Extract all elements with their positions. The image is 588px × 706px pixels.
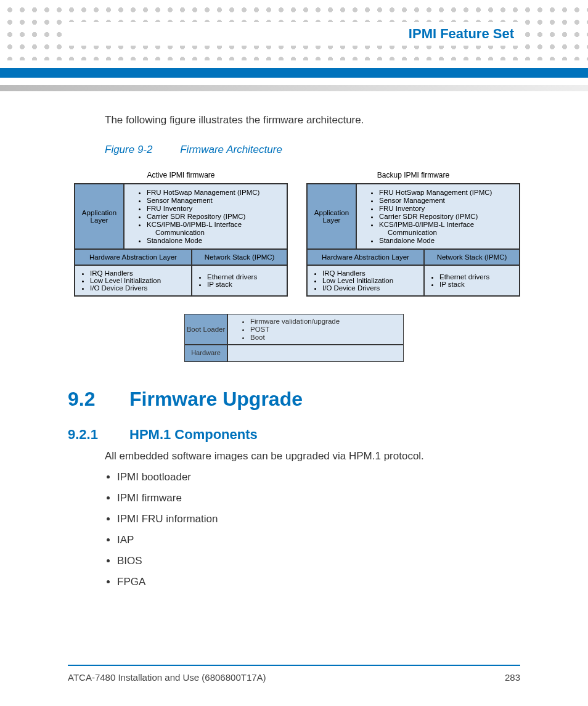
list-item: FRU HotSwap Management (IPMC) <box>147 189 284 196</box>
backup-network-list: Ethernet drivers IP stack <box>424 265 520 296</box>
list-item: BIOS <box>117 555 520 567</box>
intro-text: The following figure illustrates the fir… <box>105 114 520 126</box>
list-item: Communication <box>379 229 517 236</box>
hardware-body <box>227 345 404 362</box>
list-item: IRQ Handlers <box>322 269 421 277</box>
active-hal-label: Hardware Abstraction Layer <box>75 249 192 265</box>
list-item: Low Level Initialization <box>322 277 421 284</box>
header-grey-rule <box>0 85 588 91</box>
active-app-label: Application Layer <box>75 184 124 249</box>
list-item: IPMI FRU information <box>117 513 520 525</box>
active-app-list: FRU HotSwap Management (IPMC) Sensor Man… <box>124 184 287 249</box>
figure-number: Figure 9-2 <box>105 144 152 155</box>
backup-title: Backup IPMI firmware <box>306 171 520 179</box>
active-lowlevel-list: IRQ Handlers Low Level Initialization I/… <box>75 265 192 296</box>
list-item: Standalone Mode <box>147 237 284 244</box>
list-item: FRU HotSwap Management (IPMC) <box>379 189 517 196</box>
page-footer: ATCA-7480 Installation and Use (6806800T… <box>68 665 520 683</box>
footer-page-number: 283 <box>505 672 520 683</box>
list-item: IAP <box>117 534 520 546</box>
subsection-title: HPM.1 Components <box>129 427 258 443</box>
list-item: FRU Inventory <box>147 205 284 212</box>
boot-list: Firmware validation/upgrade POST Boot <box>227 314 404 345</box>
list-item: IPMI bootloader <box>117 471 520 483</box>
footer-doc-title: ATCA-7480 Installation and Use (6806800T… <box>68 672 266 683</box>
list-item: KCS/IPMB-0/IPMB-L Interface <box>147 221 284 228</box>
hardware-label: Hardware <box>184 345 227 362</box>
active-netstack-label: Network Stack (IPMC) <box>192 249 287 265</box>
list-item: KCS/IPMB-0/IPMB-L Interface <box>379 221 517 228</box>
list-item: FPGA <box>117 576 520 588</box>
list-item: Sensor Management <box>379 197 517 204</box>
active-title: Active IPMI firmware <box>74 171 288 179</box>
firmware-diagram: Active IPMI firmware Application Layer F… <box>74 171 520 297</box>
list-item: IP stack <box>439 281 489 288</box>
list-item: Boot <box>250 334 401 341</box>
backup-hal-label: Hardware Abstraction Layer <box>307 249 424 265</box>
header-blue-rule <box>0 68 588 78</box>
list-item: POST <box>250 326 401 333</box>
list-item: IP stack <box>207 281 257 288</box>
page-header-title: IPMI Feature Set <box>409 26 514 42</box>
section-number: 9.2 <box>68 388 129 411</box>
active-firmware-block: Active IPMI firmware Application Layer F… <box>74 171 288 297</box>
list-item: Ethernet drivers <box>439 273 489 281</box>
backup-app-list: FRU HotSwap Management (IPMC) Sensor Man… <box>356 184 520 249</box>
figure-caption: Figure 9-2 Firmware Architecture <box>105 144 520 156</box>
backup-netstack-label: Network Stack (IPMC) <box>424 249 520 265</box>
active-network-list: Ethernet drivers IP stack <box>192 265 287 296</box>
section-title: Firmware Upgrade <box>129 388 303 411</box>
backup-app-label: Application Layer <box>307 184 356 249</box>
boot-label: Boot Loader <box>184 314 227 345</box>
list-item: IRQ Handlers <box>90 269 189 277</box>
boot-loader-block: Boot Loader Firmware validation/upgrade … <box>184 314 404 362</box>
section-heading: 9.2 Firmware Upgrade <box>68 388 520 411</box>
list-item: Communication <box>147 229 284 236</box>
list-item: I/O Device Drivers <box>90 284 189 292</box>
hpm-components-list: IPMI bootloader IPMI firmware IPMI FRU i… <box>117 471 520 588</box>
list-item: Standalone Mode <box>379 237 517 244</box>
figure-title: Firmware Architecture <box>180 144 282 155</box>
list-item: IPMI firmware <box>117 492 520 504</box>
list-item: I/O Device Drivers <box>322 284 421 292</box>
subsection-lead: All embedded software images can be upgr… <box>105 450 520 462</box>
backup-firmware-block: Backup IPMI firmware Application Layer F… <box>306 171 520 297</box>
subsection-heading: 9.2.1 HPM.1 Components <box>68 427 520 443</box>
list-item: Carrier SDR Repository (IPMC) <box>379 213 517 220</box>
backup-lowlevel-list: IRQ Handlers Low Level Initialization I/… <box>307 265 424 296</box>
list-item: Ethernet drivers <box>207 273 257 281</box>
list-item: Low Level Initialization <box>90 277 189 284</box>
list-item: FRU Inventory <box>379 205 517 212</box>
page-content: The following figure illustrates the fir… <box>68 114 520 651</box>
list-item: Carrier SDR Repository (IPMC) <box>147 213 284 220</box>
subsection-number: 9.2.1 <box>68 427 129 443</box>
list-item: Sensor Management <box>147 197 284 204</box>
list-item: Firmware validation/upgrade <box>250 318 401 325</box>
